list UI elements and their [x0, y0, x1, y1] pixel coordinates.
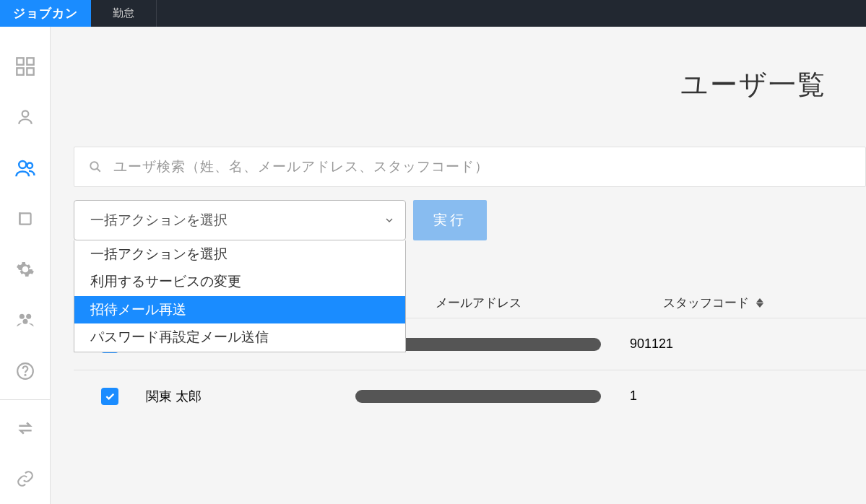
svg-rect-3: [27, 68, 33, 74]
svg-point-8: [26, 314, 31, 319]
user-icon[interactable]: [0, 92, 51, 142]
dropdown-option[interactable]: 利用するサービスの変更: [74, 268, 405, 295]
dropdown-option[interactable]: パスワード再設定メール送信: [74, 323, 405, 351]
top-bar: ジョブカン 勤怠: [0, 0, 866, 27]
svg-point-6: [27, 162, 33, 168]
svg-point-11: [25, 374, 25, 375]
svg-point-7: [19, 314, 24, 319]
users-icon[interactable]: [0, 142, 51, 193]
execute-button[interactable]: 実行: [413, 200, 487, 240]
main-content: ユーザ一覧 ユーザ検索（姓、名、メールアドレス、スタッフコード） 一括アクション…: [51, 27, 866, 504]
bulk-action-select[interactable]: 一括アクションを選択: [74, 200, 406, 240]
dashboard-icon[interactable]: [0, 41, 51, 92]
dropdown-option[interactable]: 一括アクションを選択: [74, 240, 405, 268]
book-icon[interactable]: [0, 194, 51, 244]
topnav-attendance[interactable]: 勤怠: [91, 0, 157, 27]
chevron-down-icon: [384, 214, 395, 226]
svg-point-12: [90, 162, 98, 170]
dropdown-option[interactable]: 招待メール再送: [74, 296, 405, 323]
svg-point-4: [22, 111, 28, 118]
help-icon[interactable]: [0, 345, 51, 396]
staff-code: 901121: [630, 336, 796, 352]
bulk-action-selected: 一括アクションを選択: [90, 211, 228, 230]
row-checkbox[interactable]: [101, 388, 118, 405]
page-title: ユーザ一覧: [51, 27, 866, 147]
staff-code: 1: [630, 388, 796, 404]
svg-point-9: [22, 319, 27, 324]
divider: [0, 399, 50, 400]
search-placeholder: ユーザ検索（姓、名、メールアドレス、スタッフコード）: [113, 157, 489, 176]
search-icon: [89, 160, 102, 173]
transfer-icon[interactable]: [0, 403, 51, 453]
svg-rect-2: [17, 68, 23, 74]
svg-rect-1: [27, 58, 33, 64]
header-code[interactable]: スタッフコード: [630, 295, 796, 311]
link-icon[interactable]: [0, 453, 51, 504]
svg-rect-0: [17, 58, 23, 64]
search-input[interactable]: ユーザ検索（姓、名、メールアドレス、スタッフコード）: [74, 147, 866, 187]
sort-icon[interactable]: [756, 298, 763, 308]
user-name: 関東 太郎: [146, 388, 326, 405]
bulk-action-dropdown: 一括アクションを選択 利用するサービスの変更 招待メール再送 パスワード再設定メ…: [74, 240, 406, 352]
group-icon[interactable]: [0, 295, 51, 345]
brand-logo[interactable]: ジョブカン: [0, 0, 91, 27]
gear-icon[interactable]: [0, 244, 51, 295]
sidebar: [0, 27, 51, 504]
email-redacted: [355, 390, 601, 403]
table-row: 関東 太郎 1: [74, 370, 866, 422]
svg-point-5: [19, 161, 26, 168]
